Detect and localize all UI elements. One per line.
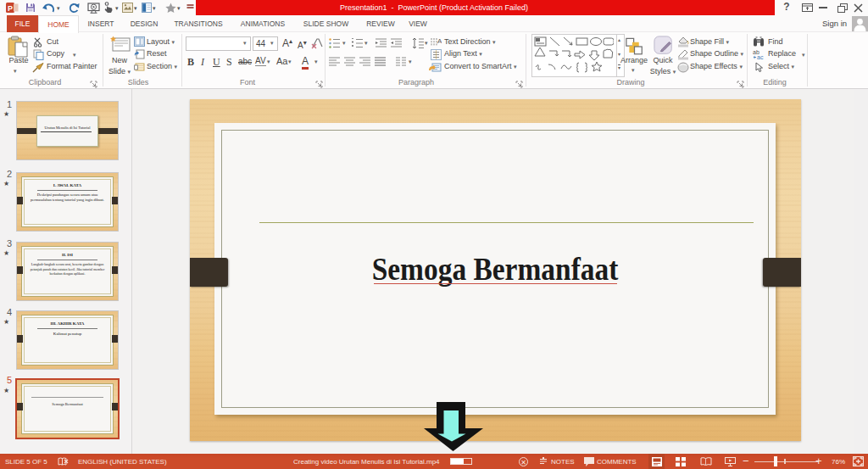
svg-text:A: A — [437, 37, 442, 45]
svg-text:ac: ac — [757, 54, 764, 60]
